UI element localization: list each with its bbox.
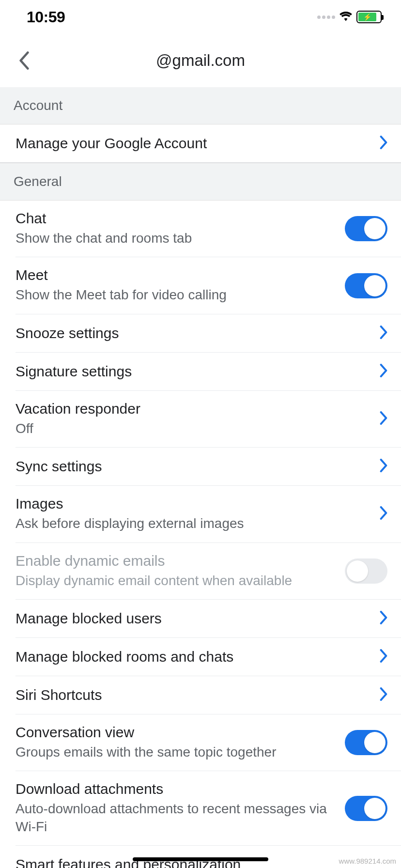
battery-icon: ⚡ (356, 11, 382, 23)
row-title: Chat (15, 210, 345, 227)
signature-settings-row[interactable]: Signature settings (15, 353, 401, 391)
dynamic-emails-row: Enable dynamic emails Display dynamic em… (15, 543, 401, 600)
section-header-general: General (0, 163, 401, 201)
manage-google-account-row[interactable]: Manage your Google Account (0, 124, 401, 163)
cellular-signal-icon (317, 16, 335, 19)
chevron-right-icon (380, 326, 387, 341)
row-title: Snooze settings (15, 325, 380, 341)
status-bar: 10:59 ⚡ (0, 0, 401, 34)
download-attachments-row[interactable]: Download attachments Auto-download attac… (15, 771, 401, 846)
chevron-right-icon (380, 649, 387, 665)
siri-shortcuts-row[interactable]: Siri Shortcuts (15, 676, 401, 714)
nav-header: @gmail.com (0, 34, 401, 87)
row-title: Manage blocked users (15, 610, 380, 627)
row-title: Vacation responder (15, 401, 380, 417)
download-attachments-toggle[interactable] (345, 796, 387, 821)
chevron-right-icon (380, 611, 387, 626)
back-button[interactable] (14, 50, 35, 71)
meet-row[interactable]: Meet Show the Meet tab for video calling (15, 257, 401, 314)
row-subtitle: Display dynamic email content when avail… (15, 572, 345, 589)
status-time: 10:59 (27, 8, 65, 26)
section-header-account: Account (0, 87, 401, 124)
chevron-right-icon (380, 364, 387, 379)
watermark: www.989214.com (339, 857, 396, 865)
row-title: Manage your Google Account (15, 135, 380, 152)
row-subtitle: Show the chat and rooms tab (15, 230, 345, 247)
row-title: Images (15, 496, 380, 512)
chevron-right-icon (380, 459, 387, 474)
manage-blocked-users-row[interactable]: Manage blocked users (15, 600, 401, 638)
chevron-right-icon (380, 411, 387, 427)
row-title: Manage blocked rooms and chats (15, 649, 380, 665)
meet-toggle[interactable] (345, 273, 387, 298)
row-title: Conversation view (15, 724, 345, 741)
page-title: @gmail.com (156, 51, 245, 70)
row-subtitle: Show the Meet tab for video calling (15, 286, 345, 304)
chat-toggle[interactable] (345, 216, 387, 241)
row-title: Download attachments (15, 781, 345, 797)
chevron-right-icon (380, 136, 387, 151)
images-row[interactable]: Images Ask before displaying external im… (15, 486, 401, 542)
chevron-right-icon (380, 687, 387, 703)
wifi-icon (339, 11, 353, 23)
chevron-left-icon (19, 51, 30, 70)
row-title: Sync settings (15, 458, 380, 475)
conversation-view-row[interactable]: Conversation view Groups emails with the… (15, 714, 401, 771)
status-icons: ⚡ (317, 11, 382, 23)
row-subtitle: Auto-download attachments to recent mess… (15, 800, 345, 836)
home-indicator[interactable] (133, 857, 268, 861)
dynamic-emails-toggle (345, 558, 387, 584)
row-subtitle: Off (15, 420, 380, 437)
row-title: Signature settings (15, 363, 380, 380)
manage-blocked-rooms-row[interactable]: Manage blocked rooms and chats (15, 638, 401, 676)
chevron-right-icon (380, 506, 387, 522)
snooze-settings-row[interactable]: Snooze settings (15, 314, 401, 353)
row-title: Meet (15, 267, 345, 283)
row-title: Enable dynamic emails (15, 553, 345, 569)
sync-settings-row[interactable]: Sync settings (15, 448, 401, 486)
conversation-view-toggle[interactable] (345, 730, 387, 755)
chat-row[interactable]: Chat Show the chat and rooms tab (15, 201, 401, 257)
vacation-responder-row[interactable]: Vacation responder Off (15, 391, 401, 448)
row-title: Siri Shortcuts (15, 687, 380, 703)
row-subtitle: Ask before displaying external images (15, 515, 380, 532)
row-subtitle: Groups emails with the same topic togeth… (15, 744, 345, 761)
